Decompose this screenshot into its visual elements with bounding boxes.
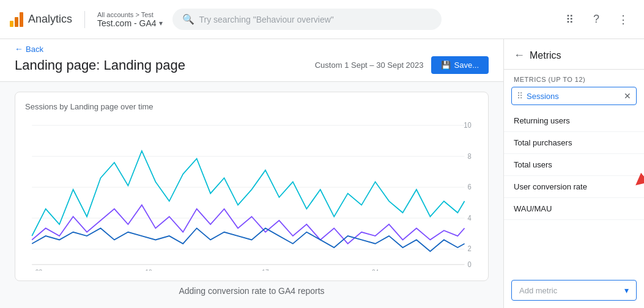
chevron-down-icon: ▾ — [159, 19, 163, 28]
panel-back-icon[interactable]: ← — [514, 49, 525, 62]
metric-item-wau-mau[interactable]: WAU/MAU — [504, 198, 644, 220]
page-title-row: Landing page: Landing page Custom 1 Sept… — [15, 56, 489, 74]
metric-item-total-users[interactable]: Total users — [504, 154, 644, 176]
panel-title: Metrics — [530, 50, 561, 61]
svg-text:10: 10 — [145, 268, 152, 271]
line-chart: 10 8 6 4 2 0 — [25, 116, 478, 271]
svg-text:17: 17 — [262, 268, 268, 271]
chart-title: Sessions by Landing page over time — [25, 102, 478, 111]
svg-text:24: 24 — [372, 268, 379, 271]
save-button[interactable]: 💾 Save... — [431, 56, 489, 74]
content-area: ← Back Landing page: Landing page Custom… — [0, 39, 503, 308]
date-range: Custom 1 Sept – 30 Sept 2023 — [315, 61, 424, 70]
account-nav[interactable]: All accounts > Test Test.com - GA4 ▾ — [97, 11, 162, 28]
back-arrow-icon: ← — [15, 44, 23, 54]
svg-text:4: 4 — [468, 213, 472, 222]
add-metric-dropdown[interactable]: Add metric ▾ — [511, 280, 637, 301]
more-vert-icon[interactable]: ⋮ — [612, 9, 634, 31]
chart-inner: 10 8 6 4 2 0 — [25, 116, 478, 271]
svg-text:8: 8 — [468, 152, 472, 161]
metric-item-returning-users[interactable]: Returning users — [504, 110, 644, 132]
back-label: Back — [26, 45, 43, 54]
title-right: Custom 1 Sept – 30 Sept 2023 💾 Save... — [315, 56, 489, 74]
metrics-panel: ← Metrics METRICS (UP TO 12) ⠿ Sessions … — [503, 39, 644, 308]
selected-metric-chip[interactable]: ⠿ Sessions ✕ — [511, 87, 637, 105]
search-placeholder: Try searching "Behaviour overview" — [199, 15, 334, 24]
panel-header: ← Metrics — [504, 46, 644, 70]
header-actions: ⠿ ? ⋮ — [558, 9, 634, 31]
svg-text:03: 03 — [35, 268, 42, 271]
metrics-section-label: METRICS (UP TO 12) — [504, 70, 644, 87]
search-icon: 🔍 — [182, 13, 194, 25]
chart-container: Sessions by Landing page over time 10 8 … — [0, 82, 503, 308]
app-header: Analytics All accounts > Test Test.com -… — [0, 0, 644, 39]
save-icon: 💾 — [441, 61, 451, 70]
chart-box: Sessions by Landing page over time 10 8 … — [15, 92, 489, 281]
logo-area: Analytics — [10, 12, 72, 27]
chart-caption: Adding conversion rate to GA4 reports — [15, 281, 489, 298]
selected-metric-label: Sessions — [527, 92, 559, 101]
logo-icon — [10, 12, 23, 27]
svg-text:2: 2 — [468, 244, 472, 254]
breadcrumb: All accounts > Test — [97, 11, 162, 18]
property-selector[interactable]: Test.com - GA4 ▾ — [97, 18, 162, 28]
svg-text:0: 0 — [468, 260, 472, 269]
drag-icon: ⠿ — [517, 91, 523, 101]
remove-metric-icon[interactable]: ✕ — [624, 91, 631, 101]
header-divider — [84, 11, 85, 28]
app-title: Analytics — [28, 13, 72, 26]
metric-item-total-purchasers[interactable]: Total purchasers — [504, 132, 644, 154]
metric-item-user-conversion-rate[interactable]: User conversion rate — [504, 176, 644, 198]
svg-text:6: 6 — [468, 183, 472, 192]
add-metric-label: Add metric — [519, 286, 557, 295]
apps-icon[interactable]: ⠿ — [558, 9, 580, 31]
page-title: Landing page: Landing page — [15, 57, 185, 73]
metrics-list: Returning users Total purchasers Total u… — [504, 110, 644, 275]
chevron-down-icon: ▾ — [624, 285, 629, 295]
svg-text:10: 10 — [464, 120, 472, 130]
help-icon[interactable]: ? — [585, 9, 607, 31]
back-button[interactable]: ← Back — [15, 44, 489, 54]
search-bar[interactable]: 🔍 Try searching "Behaviour overview" — [172, 9, 442, 30]
main-layout: ← Back Landing page: Landing page Custom… — [0, 39, 644, 308]
content-header: ← Back Landing page: Landing page Custom… — [0, 39, 503, 82]
